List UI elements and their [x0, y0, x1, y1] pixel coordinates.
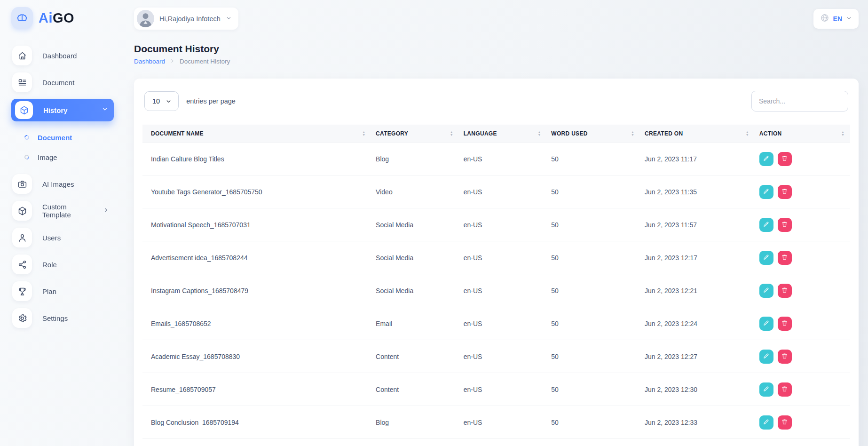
cell-language: en-US: [459, 307, 547, 340]
delete-button[interactable]: [778, 218, 792, 232]
delete-button[interactable]: [778, 152, 792, 166]
cell-word-used: 50: [546, 274, 640, 307]
table-row: Youtube Tags Generator_1685705750Videoen…: [142, 175, 850, 208]
cell-word-used: 50: [546, 307, 640, 340]
sidebar-item-ai-images[interactable]: AI Images: [11, 174, 114, 194]
edit-button[interactable]: [759, 382, 773, 397]
cell-language: en-US: [459, 274, 547, 307]
sidebar-item-document[interactable]: Document: [11, 72, 114, 93]
delete-button[interactable]: [778, 251, 792, 265]
column-label: DOCUMENT NAME: [151, 130, 204, 137]
cell-created-on: Jun 2, 2023 12:21: [640, 274, 755, 307]
trash-icon: [781, 352, 788, 361]
cell-created-on: Jun 2, 2023 12:33: [640, 406, 755, 439]
sidebar-item-settings[interactable]: Settings: [11, 308, 114, 328]
sidebar-item-plan[interactable]: Plan: [11, 281, 114, 302]
column-label: CATEGORY: [376, 130, 408, 137]
cell-word-used: 50: [546, 143, 640, 175]
sort-icon[interactable]: ▲▼: [362, 131, 365, 137]
column-header-language[interactable]: LANGUAGE▲▼: [459, 125, 547, 143]
sidebar: AiGO Dashboard Document History: [0, 0, 121, 446]
cell-action: [755, 208, 850, 241]
column-header-document-name[interactable]: DOCUMENT NAME▲▼: [142, 125, 371, 143]
delete-button[interactable]: [778, 185, 792, 199]
sort-icon[interactable]: ▲▼: [841, 131, 844, 137]
package-icon: [12, 201, 32, 221]
entries-per-page-select[interactable]: 10: [144, 91, 179, 111]
cell-language: en-US: [459, 340, 547, 373]
cell-word-used: 50: [546, 175, 640, 208]
app-logo[interactable]: AiGO: [11, 7, 114, 29]
edit-button[interactable]: [759, 152, 773, 166]
column-header-word-used[interactable]: WORD USED▲▼: [546, 125, 640, 143]
sidebar-subitem-image[interactable]: Image: [11, 147, 114, 167]
sidebar-item-custom-template[interactable]: Custom Template: [11, 200, 114, 221]
edit-button[interactable]: [759, 317, 773, 331]
column-header-category[interactable]: CATEGORY▲▼: [371, 125, 459, 143]
sort-icon[interactable]: ▲▼: [537, 131, 541, 137]
page-head: Document History Dashboard Document Hist…: [134, 43, 859, 65]
sidebar-item-label: AI Images: [42, 180, 74, 188]
pencil-icon: [763, 221, 770, 229]
sidebar-item-history[interactable]: History: [11, 99, 114, 121]
cell-word-used: 50: [546, 340, 640, 373]
cell-action: [755, 274, 850, 307]
cell-word-used: 50: [546, 406, 640, 439]
edit-button[interactable]: [759, 218, 773, 232]
sort-icon[interactable]: ▲▼: [746, 131, 749, 137]
trash-icon: [781, 287, 788, 295]
language-selector[interactable]: EN: [813, 9, 859, 29]
cell-document-name: Resume_1685709057: [142, 373, 371, 406]
delete-button[interactable]: [778, 382, 792, 397]
cell-document-name: Motivational Speech_1685707031: [142, 208, 371, 241]
sidebar-item-label: Document: [42, 79, 74, 87]
cell-document-name: Instagram Captions_1685708479: [142, 274, 371, 307]
sidebar-item-role[interactable]: Role: [11, 254, 114, 275]
sidebar-item-dashboard[interactable]: Dashboard: [11, 45, 114, 66]
table-row: Instagram Captions_1685708479Social Medi…: [142, 274, 850, 307]
edit-button[interactable]: [759, 350, 773, 364]
camera-icon: [12, 174, 32, 194]
bullet-ring-icon: [24, 134, 30, 141]
cell-created-on: Jun 2, 2023 11:17: [640, 143, 755, 175]
delete-button[interactable]: [778, 317, 792, 331]
sidebar-item-label: History: [43, 106, 68, 114]
gear-icon: [12, 308, 32, 328]
box-icon: [15, 101, 33, 119]
user-icon: [12, 228, 32, 247]
breadcrumb-dashboard-link[interactable]: Dashboard: [134, 58, 165, 65]
cell-category: Blog: [371, 143, 459, 175]
delete-button[interactable]: [778, 350, 792, 364]
delete-button[interactable]: [778, 284, 792, 298]
sidebar-subitem-document[interactable]: Document: [11, 127, 114, 147]
cell-document-name: Youtube Tags Generator_1685705750: [142, 175, 371, 208]
edit-button[interactable]: [759, 251, 773, 265]
edit-button[interactable]: [759, 284, 773, 298]
chevron-right-icon: [170, 58, 175, 65]
trash-icon: [781, 385, 788, 394]
cell-document-name: Indian Calture Blog Titles: [142, 143, 371, 175]
edit-button[interactable]: [759, 185, 773, 199]
cell-created-on: Jun 20, 2023 03:48: [640, 439, 755, 446]
sort-icon[interactable]: ▲▼: [631, 131, 634, 137]
cell-document-name: Advertisement idea_1685708244: [142, 241, 371, 274]
cell-created-on: Jun 2, 2023 12:24: [640, 307, 755, 340]
sort-icon[interactable]: ▲▼: [450, 131, 453, 137]
delete-button[interactable]: [778, 415, 792, 430]
table-row: Emails_1685708652Emailen-US50Jun 2, 2023…: [142, 307, 850, 340]
main-content: Hi,Rajodiya Infotech EN Document History…: [121, 0, 868, 446]
table-row: Academic Essay_1685708830Contenten-US50J…: [142, 340, 850, 373]
cell-language: en-US: [459, 406, 547, 439]
user-menu[interactable]: Hi,Rajodiya Infotech: [134, 8, 238, 30]
brand-name: AiGO: [39, 10, 74, 26]
column-header-created-on[interactable]: CREATED ON▲▼: [640, 125, 755, 143]
sidebar-item-label: Custom Template: [42, 203, 93, 219]
edit-button[interactable]: [759, 415, 773, 430]
sidebar-nav: Dashboard Document History Document: [11, 45, 114, 328]
sidebar-item-users[interactable]: Users: [11, 227, 114, 248]
cell-category: Social Media: [371, 274, 459, 307]
share-icon: [12, 255, 32, 274]
table-head-row: DOCUMENT NAME▲▼CATEGORY▲▼LANGUAGE▲▼WORD …: [142, 125, 850, 143]
column-header-action[interactable]: ACTION▲▼: [755, 125, 850, 143]
search-input[interactable]: [751, 91, 848, 112]
